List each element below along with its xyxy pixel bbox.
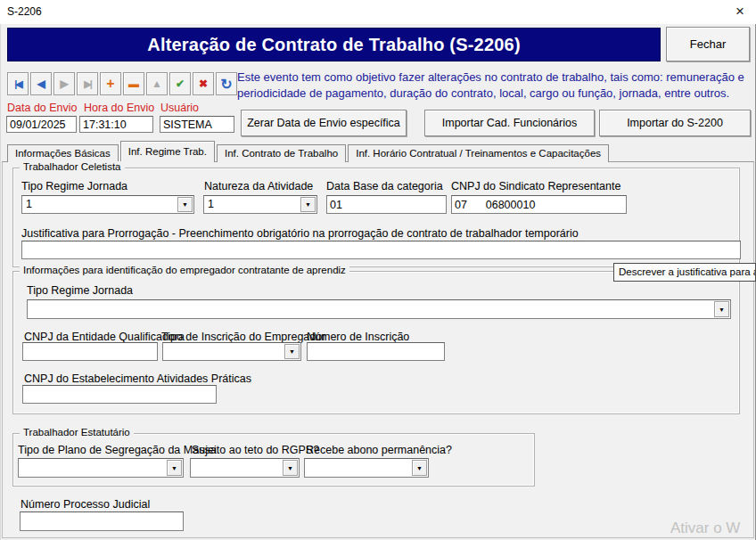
tipo-inscricao-label: Tipo de Inscrição do Empregador <box>161 331 325 343</box>
tipo-regime-jornada-label: Tipo Regime Jornada <box>21 180 127 192</box>
numero-processo-judicial-label: Número Processo Judicial <box>21 498 150 511</box>
tab-inf-regime-trab[interactable]: Inf. Regime Trab. <box>120 141 215 162</box>
importar-s2200-button[interactable]: Importar do S-2200 <box>599 110 751 136</box>
prior-record-button[interactable]: ◀ <box>30 72 52 95</box>
trabalhador-celetista-title: Trabalhador Celetista <box>20 161 125 172</box>
tab-informacoes-basicas[interactable]: Informações Básicas <box>7 144 119 162</box>
aprendiz-tipo-regime-label: Tipo Regime Jornada <box>27 284 133 297</box>
plano-segregacao-label: Tipo de Plano de Segregação da Massa <box>18 444 217 456</box>
post-record-icon: ✔ <box>176 78 185 90</box>
next-record-button[interactable]: ▶ <box>53 72 75 95</box>
cnpj-estabelecimento-field[interactable] <box>22 385 217 404</box>
chevron-down-icon[interactable]: ▼ <box>714 301 729 317</box>
refresh-record-icon: ↻ <box>220 76 232 93</box>
delete-record-icon: ▬ <box>128 78 139 90</box>
tab-inf-contrato-de-trabalho[interactable]: Inf. Contrato de Trabalho <box>217 144 346 162</box>
cnpj-entidade-field[interactable] <box>22 342 158 361</box>
tipo-regime-jornada-value: 1 <box>26 198 32 210</box>
first-record-button[interactable]: |◀ <box>7 72 29 95</box>
trabalhador-estatutario-title: Trabalhador Estatutário <box>20 427 134 438</box>
event-description: Este evento tem como objetivo fazer alte… <box>237 70 754 103</box>
hora-envio-field[interactable] <box>79 116 153 133</box>
close-icon[interactable]: × <box>729 2 751 21</box>
data-envio-label: Data do Envio <box>7 102 78 114</box>
numero-inscricao-label: Número de Inscrição <box>307 331 409 343</box>
usuario-label: Usuário <box>160 102 199 114</box>
chevron-down-icon[interactable]: ▼ <box>300 197 316 212</box>
tab-inf-horario-contratual[interactable]: Inf. Horário Contratual / Treinamentos e… <box>348 144 609 162</box>
abono-permanencia-combo[interactable]: ▼ <box>304 458 429 478</box>
form-header-banner: Alteração de Contrato de Trabalho (S-220… <box>7 28 661 61</box>
data-base-categoria-label: Data Base da categoria <box>326 180 443 192</box>
chevron-down-icon[interactable]: ▼ <box>177 197 193 212</box>
usuario-field[interactable] <box>160 116 234 133</box>
refresh-record-button[interactable]: ↻ <box>216 72 237 95</box>
chevron-down-icon[interactable]: ▼ <box>284 344 300 359</box>
insert-record-button[interactable]: + <box>100 72 121 95</box>
delete-record-button[interactable]: ▬ <box>123 72 144 95</box>
hora-envio-label: Hora do Envio <box>84 102 154 114</box>
chevron-down-icon[interactable]: ▼ <box>412 460 427 476</box>
tab-bar: Informações Básicas Inf. Regime Trab. In… <box>7 141 611 162</box>
last-record-icon: ▶| <box>84 78 91 90</box>
windows-activation-watermark: Ativar o W <box>670 520 740 537</box>
first-record-icon: |◀ <box>14 78 21 90</box>
chevron-down-icon[interactable]: ▼ <box>283 460 298 476</box>
app-window: S-2206 × Alteração de Contrato de Trabal… <box>0 0 756 540</box>
natureza-atividade-label: Natureza da Atividade <box>204 180 313 192</box>
fechar-button[interactable]: Fechar <box>666 27 750 61</box>
importar-cad-funcionarios-button[interactable]: Importar Cad. Funcionários <box>424 110 595 136</box>
cnpj-sindicato-label: CNPJ do Sindicato Representante <box>451 180 620 192</box>
insert-record-icon: + <box>106 76 114 92</box>
cancel-record-button[interactable]: ✖ <box>193 72 214 95</box>
chevron-down-icon[interactable]: ▼ <box>167 460 182 476</box>
teto-rgps-label: Sujeito ao teto do RGPS? <box>192 444 319 456</box>
natureza-atividade-value: 1 <box>208 198 214 210</box>
window-title: S-2206 <box>7 5 42 18</box>
abono-permanencia-label: Recebe abono permanência? <box>306 444 452 456</box>
numero-inscricao-field[interactable] <box>307 342 445 361</box>
teto-rgps-combo[interactable]: ▼ <box>190 458 300 478</box>
tipo-regime-jornada-combo[interactable]: 1 ▼ <box>21 195 194 214</box>
numero-processo-judicial-field[interactable] <box>20 511 184 531</box>
data-base-categoria-field[interactable] <box>326 195 447 214</box>
zerar-data-envio-button[interactable]: Zerar Data de Envio específica <box>241 110 407 136</box>
next-record-icon: ▶ <box>60 78 68 90</box>
edit-record-icon: ▲ <box>152 78 162 90</box>
prior-record-icon: ◀ <box>37 78 45 90</box>
plano-segregacao-combo[interactable]: ▼ <box>18 458 184 478</box>
aprendiz-tipo-regime-combo[interactable]: ▼ <box>27 299 731 319</box>
cancel-record-icon: ✖ <box>199 78 208 90</box>
justificativa-prorrogacao-label: Justificativa para Prorrogação - Preench… <box>21 227 579 240</box>
post-record-button[interactable]: ✔ <box>169 72 191 95</box>
empregador-aprendiz-title: Informações para identificação do empreg… <box>20 265 349 275</box>
edit-record-button[interactable]: ▲ <box>146 72 168 95</box>
tipo-inscricao-combo[interactable]: ▼ <box>162 342 301 361</box>
justificativa-prorrogacao-field[interactable] <box>21 241 741 259</box>
last-record-button[interactable]: ▶| <box>77 72 98 95</box>
cnpj-estabelecimento-label: CNPJ do Estabelecimento Atividades Práti… <box>24 372 251 385</box>
cnpj-sindicato-field[interactable] <box>451 195 627 214</box>
data-envio-field[interactable] <box>6 116 77 133</box>
natureza-atividade-combo[interactable]: 1 ▼ <box>203 195 317 214</box>
cnpj-entidade-label: CNPJ da Entidade Qualificadora <box>24 331 185 343</box>
page-title: Alteração de Contrato de Trabalho (S-220… <box>147 35 521 55</box>
title-bar: S-2206 × <box>0 0 756 24</box>
justificativa-tooltip: Descrever a justificativa para a <box>613 263 756 282</box>
record-navigator: |◀ ◀ ▶ ▶| + ▬ ▲ ✔ ✖ ↻ <box>7 72 237 95</box>
